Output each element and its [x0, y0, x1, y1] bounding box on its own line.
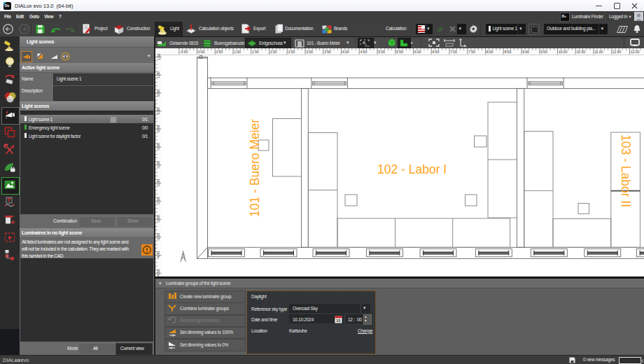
- svg-text:5.00: 5.00: [378, 50, 385, 54]
- svg-text:0.50: 0.50: [216, 50, 223, 54]
- svg-text:9.00: 9.00: [522, 50, 529, 54]
- svg-text:8.00: 8.00: [486, 50, 493, 54]
- svg-text:10.50: 10.50: [577, 50, 586, 54]
- svg-text:11.00: 11.00: [594, 50, 603, 54]
- svg-text:4.50: 4.50: [360, 50, 368, 54]
- svg-text:3.50: 3.50: [324, 50, 331, 54]
- svg-text:3.00: 3.00: [306, 50, 313, 54]
- svg-text:-4.00: -4.00: [157, 251, 161, 259]
- svg-text:8.50: 8.50: [505, 50, 512, 54]
- svg-text:1.00: 1.00: [234, 50, 241, 54]
- svg-text:-1.00: -1.00: [157, 143, 161, 150]
- svg-text:4.00: 4.00: [342, 50, 349, 54]
- svg-text:7.50: 7.50: [468, 50, 475, 54]
- svg-text:2.00: 2.00: [270, 50, 277, 54]
- svg-text:0.50: 0.50: [157, 90, 161, 97]
- svg-text:1.50: 1.50: [252, 50, 259, 54]
- svg-text:7.00: 7.00: [450, 50, 457, 54]
- svg-text:-2.00: -2.00: [157, 179, 161, 187]
- svg-text:9.50: 9.50: [540, 50, 547, 54]
- svg-text:11.50: 11.50: [612, 50, 621, 54]
- svg-text:1.50: 1.50: [157, 53, 161, 60]
- svg-text:0.00: 0.00: [157, 108, 161, 115]
- svg-text:10.00: 10.00: [559, 50, 568, 54]
- svg-text:-4.50: -4.50: [157, 270, 161, 276]
- svg-text:6.00: 6.00: [414, 50, 421, 54]
- svg-text:Sub 2: Sub 2: [365, 44, 370, 47]
- svg-text:101 - Buero Meier: 101 - Buero Meier: [248, 119, 262, 217]
- svg-text:-3.00: -3.00: [157, 215, 161, 223]
- svg-text:1.00: 1.00: [157, 71, 161, 78]
- svg-text:-2.50: -2.50: [157, 197, 161, 205]
- svg-text:103 - Labor II: 103 - Labor II: [619, 134, 633, 207]
- svg-text:-1.50: -1.50: [157, 161, 161, 169]
- svg-text:2.50: 2.50: [288, 50, 295, 54]
- svg-text:5.50: 5.50: [396, 50, 403, 54]
- svg-text:-0.50: -0.50: [180, 50, 188, 54]
- svg-text:-3.50: -3.50: [157, 233, 161, 241]
- svg-text:15: 15: [336, 318, 341, 323]
- svg-text:12.00: 12.00: [631, 50, 640, 54]
- svg-text:-0.50: -0.50: [157, 125, 161, 133]
- svg-text:6.50: 6.50: [433, 50, 440, 54]
- svg-text:0.00: 0.00: [198, 50, 205, 54]
- svg-text:102 - Labor I: 102 - Labor I: [377, 162, 447, 176]
